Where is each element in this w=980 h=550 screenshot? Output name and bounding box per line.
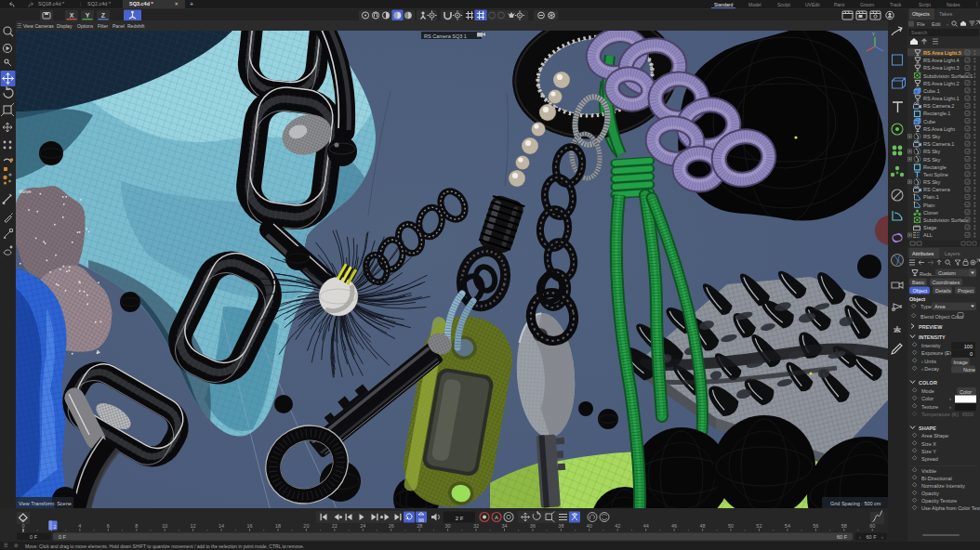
svg-text:Color: Color (960, 389, 972, 395)
svg-text:0 F: 0 F (59, 534, 67, 540)
svg-text:2 F: 2 F (456, 516, 464, 521)
svg-text:40: 40 (587, 523, 592, 529)
svg-text:Opacity Texture: Opacity Texture (921, 498, 957, 504)
svg-text:18: 18 (275, 523, 281, 529)
svg-text:RS Camera.1: RS Camera.1 (923, 141, 954, 147)
svg-text:56: 56 (813, 523, 818, 529)
svg-text:Size X: Size X (921, 441, 936, 447)
svg-text:Details: Details (935, 288, 951, 294)
svg-text:20: 20 (303, 523, 309, 529)
svg-text:File: File (917, 21, 925, 27)
svg-text:Z: Z (101, 12, 106, 19)
svg-text:Image: Image (954, 360, 968, 365)
svg-text:Attributes: Attributes (912, 251, 934, 256)
svg-text:32: 32 (473, 523, 479, 529)
svg-text:PREVIEW: PREVIEW (919, 324, 943, 330)
svg-text:Text Spline: Text Spline (923, 172, 948, 177)
svg-text:Bi-Directional: Bi-Directional (921, 476, 952, 481)
svg-text:36: 36 (530, 523, 536, 529)
svg-text:View Transform: Scene: View Transform: Scene (19, 501, 72, 506)
svg-text:58: 58 (841, 523, 847, 529)
svg-text:Cloner: Cloner (923, 210, 938, 216)
svg-text:Project: Project (958, 288, 974, 294)
svg-text:RS Camera SQ3 1: RS Camera SQ3 1 (424, 33, 467, 39)
svg-text:INTENSITY: INTENSITY (919, 334, 946, 340)
svg-text:6500: 6500 (962, 412, 973, 417)
svg-text:60 F: 60 F (837, 534, 848, 540)
svg-text:0: 0 (21, 523, 24, 529)
svg-text:Move: Move (19, 189, 31, 194)
svg-text:12: 12 (191, 523, 196, 529)
svg-text:Mode: Mode (921, 388, 934, 394)
svg-text:Y: Y (86, 12, 90, 19)
svg-text:44: 44 (643, 523, 649, 529)
svg-text:100: 100 (964, 344, 973, 349)
svg-text:RS Camera.2: RS Camera.2 (923, 103, 954, 109)
svg-text:6: 6 (107, 523, 110, 529)
svg-text:54: 54 (785, 523, 790, 529)
svg-text:›: › (949, 404, 951, 410)
svg-text:Plain: Plain (923, 203, 934, 208)
svg-text:Layers: Layers (945, 251, 960, 256)
svg-text:38: 38 (558, 523, 563, 529)
svg-text:RS Area Light.3: RS Area Light.3 (923, 65, 960, 71)
svg-text:60 F: 60 F (866, 534, 877, 540)
svg-text:Visible: Visible (921, 468, 936, 474)
svg-text:10: 10 (162, 523, 167, 529)
svg-text:› Decay: › Decay (921, 366, 939, 372)
svg-text:24: 24 (360, 523, 365, 529)
svg-text:Y: Y (872, 33, 875, 37)
svg-text:2: 2 (54, 524, 57, 530)
svg-text:Area Shape: Area Shape (921, 433, 948, 439)
svg-text:›: › (947, 21, 948, 27)
svg-text:Plain.1: Plain.1 (923, 194, 939, 200)
svg-text:14: 14 (219, 523, 224, 529)
svg-text:0 F: 0 F (30, 534, 38, 540)
svg-text:None: None (963, 367, 975, 373)
svg-text:RS Camera: RS Camera (923, 187, 951, 192)
svg-text:16: 16 (246, 523, 252, 529)
svg-text:22: 22 (332, 523, 338, 529)
svg-text:Custom: Custom (938, 270, 956, 276)
svg-text:46: 46 (671, 523, 677, 529)
svg-text:Normalize Intensity: Normalize Intensity (921, 483, 965, 489)
svg-text:Texture: Texture (921, 404, 938, 410)
svg-text:A: A (495, 515, 498, 520)
svg-text:30: 30 (445, 523, 451, 529)
svg-text:Rectangle.1: Rectangle.1 (923, 111, 950, 116)
svg-text:Object: Object (909, 296, 925, 302)
svg-text:›: › (949, 396, 951, 401)
svg-text:› Units: › Units (921, 359, 936, 364)
svg-text:4: 4 (78, 523, 81, 529)
svg-text:RS Area Light.1: RS Area Light.1 (923, 96, 960, 101)
svg-text:RS Sky: RS Sky (923, 134, 941, 139)
svg-text:Opacity: Opacity (921, 491, 939, 496)
svg-text:RS Sky: RS Sky (923, 179, 941, 185)
svg-text:RS Area Light.2: RS Area Light.2 (923, 81, 960, 86)
svg-text:48: 48 (700, 523, 706, 529)
svg-text:28: 28 (417, 523, 422, 529)
svg-text:Type: Type (920, 304, 932, 309)
svg-text:Area: Area (934, 304, 947, 309)
svg-text:50: 50 (728, 523, 734, 529)
svg-text:Exposure (EV): Exposure (EV) (921, 350, 955, 356)
svg-text:Size Y: Size Y (921, 449, 936, 454)
svg-text:RS Area Light: RS Area Light (923, 126, 955, 132)
svg-text:RS Sky: RS Sky (923, 157, 941, 163)
svg-text:0: 0 (970, 351, 973, 357)
svg-text:52: 52 (756, 523, 761, 529)
svg-text:34: 34 (501, 523, 507, 529)
svg-text:X: X (70, 12, 74, 19)
svg-text:Reds...: Reds... (920, 271, 936, 277)
svg-text:SHAPE: SHAPE (919, 426, 936, 431)
svg-text:Cube.1: Cube.1 (923, 88, 940, 94)
svg-text:Subdivision Surface: Subdivision Surface (923, 217, 969, 223)
svg-text:Color: Color (921, 396, 934, 401)
svg-text:Blend Object Color: Blend Object Color (920, 314, 963, 320)
svg-text:RS Area Light.5: RS Area Light.5 (923, 50, 961, 56)
svg-text:26: 26 (389, 523, 394, 529)
svg-text:ALL: ALL (923, 232, 933, 238)
svg-text:Edit: Edit (932, 21, 941, 27)
svg-text:Rectangle: Rectangle (923, 164, 947, 170)
svg-text:8: 8 (135, 523, 138, 529)
